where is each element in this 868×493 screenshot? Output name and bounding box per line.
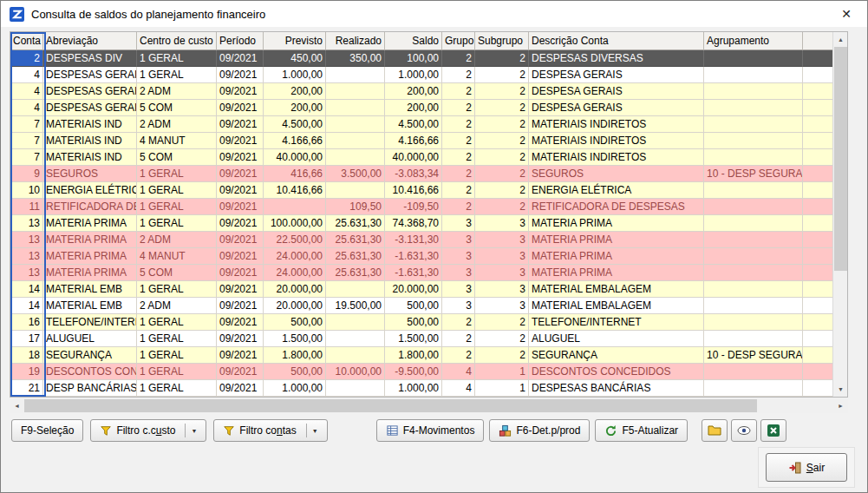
cell-descricao[interactable]: MATERIA PRIMA [529,232,704,248]
cell-realizado[interactable]: 25.631,30 [326,265,385,281]
cell-abreviacao[interactable]: MATERIA PRIMA [43,232,137,248]
cell-previsto[interactable]: 1.000,00 [264,67,326,83]
cell-grupo[interactable]: 2 [442,166,475,182]
cell-previsto[interactable]: 22.500,00 [264,232,326,248]
cell-grupo[interactable]: 3 [442,281,475,298]
cell-grupo[interactable]: 2 [442,133,475,149]
cell-conta[interactable]: 7 [10,149,43,166]
cell-centro_custo[interactable]: 1 GERAL [137,199,217,215]
cell-abreviacao[interactable]: MATERIAIS IND [43,116,137,133]
close-icon[interactable]: ✕ [838,6,855,22]
cell-centro_custo[interactable]: 2 ADM [137,83,217,100]
cell-conta[interactable]: 4 [10,83,43,100]
cell-periodo[interactable]: 09/2021 [217,248,264,265]
cell-abreviacao[interactable]: MATERIAL EMB [43,298,137,314]
cell-periodo[interactable]: 09/2021 [217,347,264,364]
preview-button[interactable] [731,419,757,442]
cell-saldo[interactable]: 500,00 [385,298,442,314]
column-header-saldo[interactable]: Saldo [385,32,442,50]
cell-subgrupo[interactable]: 2 [475,100,529,116]
cell-abreviacao[interactable]: MATERIA PRIMA [43,265,137,281]
cell-abreviacao[interactable]: MATERIAIS IND [43,149,137,166]
cell-conta[interactable]: 16 [10,314,43,331]
table-row[interactable]: 21DESP BANCÁRIAS1 GERAL09/20211.000,001.… [10,380,832,397]
cell-periodo[interactable]: 09/2021 [217,166,264,182]
cell-periodo[interactable]: 09/2021 [217,67,264,83]
cell-periodo[interactable]: 09/2021 [217,116,264,133]
cell-agrupamento[interactable] [704,380,803,397]
cell-previsto[interactable] [264,199,326,215]
cell-subgrupo[interactable]: 1 [475,364,529,380]
cell-abreviacao[interactable]: MATERIA PRIMA [43,215,137,232]
cell-subgrupo[interactable]: 3 [475,232,529,248]
cell-agrupamento[interactable] [704,149,803,166]
cell-realizado[interactable]: 25.631,30 [326,248,385,265]
cell-centro_custo[interactable]: 5 COM [137,265,217,281]
cell-saldo[interactable]: 40.000,00 [385,149,442,166]
cell-agrupamento[interactable] [704,67,803,83]
cell-subgrupo[interactable]: 2 [475,116,529,133]
cell-saldo[interactable]: 4.166,66 [385,133,442,149]
table-row[interactable]: 4DESPESAS GERAIS1 GERAL09/20211.000,001.… [10,67,832,83]
cell-grupo[interactable]: 3 [442,215,475,232]
cell-descricao[interactable]: DESPESA GERAIS [529,100,704,116]
cell-realizado[interactable] [326,100,385,116]
cell-realizado[interactable]: 350,00 [326,50,385,67]
cell-grupo[interactable]: 4 [442,364,475,380]
column-header-conta[interactable]: Conta [10,32,43,50]
cell-realizado[interactable] [326,67,385,83]
cell-periodo[interactable]: 09/2021 [217,133,264,149]
cell-periodo[interactable]: 09/2021 [217,182,264,199]
cell-realizado[interactable] [326,116,385,133]
cell-saldo[interactable]: 20.000,00 [385,281,442,298]
cell-conta[interactable]: 4 [10,100,43,116]
table-row[interactable]: 10ENERGIA ELÉTRIC1 GERAL09/202110.416,66… [10,182,832,199]
cell-descricao[interactable]: ALUGUEL [529,331,704,347]
cell-descricao[interactable]: MATERIAL EMBALAGEM [529,298,704,314]
column-header-abreviacao[interactable]: Abreviação [43,32,137,50]
cell-previsto[interactable]: 40.000,00 [264,149,326,166]
cell-agrupamento[interactable]: 10 - DESP SEGURAN [704,166,803,182]
cell-periodo[interactable]: 09/2021 [217,100,264,116]
cell-abreviacao[interactable]: DESPESAS DIV [43,50,137,67]
cell-subgrupo[interactable]: 3 [475,298,529,314]
cell-agrupamento[interactable] [704,116,803,133]
cell-grupo[interactable]: 2 [442,50,475,67]
cell-subgrupo[interactable]: 3 [475,215,529,232]
cell-subgrupo[interactable]: 2 [475,67,529,83]
column-header-previsto[interactable]: Previsto [264,32,326,50]
cell-periodo[interactable]: 09/2021 [217,199,264,215]
vertical-scroll-thumb[interactable] [834,47,847,271]
scroll-up-icon[interactable]: ▲ [833,32,848,47]
cell-grupo[interactable]: 3 [442,248,475,265]
cell-realizado[interactable]: 19.500,00 [326,298,385,314]
vertical-scrollbar[interactable]: ▲ ▼ [832,32,847,397]
cell-periodo[interactable]: 09/2021 [217,265,264,281]
cell-realizado[interactable] [326,347,385,364]
cell-previsto[interactable]: 20.000,00 [264,281,326,298]
cell-agrupamento[interactable] [704,215,803,232]
cell-agrupamento[interactable] [704,265,803,281]
cell-saldo[interactable]: 200,00 [385,100,442,116]
cell-periodo[interactable]: 09/2021 [217,331,264,347]
cell-centro_custo[interactable]: 2 ADM [137,232,217,248]
cell-previsto[interactable]: 416,66 [264,166,326,182]
cell-subgrupo[interactable]: 2 [475,83,529,100]
cell-conta[interactable]: 14 [10,281,43,298]
cell-abreviacao[interactable]: RETIFICADORA DE [43,199,137,215]
cell-previsto[interactable]: 200,00 [264,83,326,100]
cell-saldo[interactable]: -9.500,00 [385,364,442,380]
cell-conta[interactable]: 2 [10,50,43,67]
table-row[interactable]: 7MATERIAIS IND5 COM09/202140.000,0040.00… [10,149,832,166]
cell-grupo[interactable]: 2 [442,67,475,83]
cell-descricao[interactable]: DESPESA GERAIS [529,83,704,100]
cell-saldo[interactable]: 4.500,00 [385,116,442,133]
cell-abreviacao[interactable]: SEGUROS [43,166,137,182]
cell-descricao[interactable]: MATERIAL EMBALAGEM [529,281,704,298]
table-row[interactable]: 14MATERIAL EMB1 GERAL09/202120.000,0020.… [10,281,832,298]
cell-grupo[interactable]: 3 [442,232,475,248]
cell-agrupamento[interactable] [704,364,803,380]
dropdown-arrow-icon[interactable]: ▼ [185,424,197,437]
cell-saldo[interactable]: 100,00 [385,50,442,67]
cell-centro_custo[interactable]: 1 GERAL [137,364,217,380]
